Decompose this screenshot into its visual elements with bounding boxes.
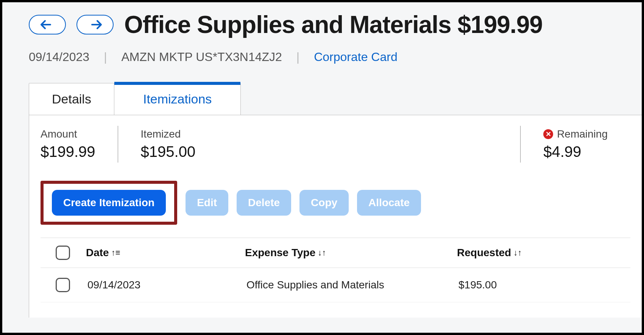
table-row[interactable]: 09/14/2023 Office Supplies and Materials…	[41, 268, 630, 302]
sort-icon: ↓↑	[318, 248, 326, 258]
tab-itemizations[interactable]: Itemizations	[114, 83, 241, 115]
column-header-requested[interactable]: Requested ↓↑	[457, 247, 630, 259]
tab-details[interactable]: Details	[29, 83, 114, 115]
sort-icon: ↓↑	[513, 248, 522, 258]
meta-payment-link[interactable]: Corporate Card	[314, 50, 398, 64]
row-checkbox[interactable]	[56, 278, 70, 292]
summary-amount-label: Amount	[41, 128, 95, 140]
error-icon: ✕	[543, 129, 553, 139]
next-button[interactable]	[76, 15, 114, 34]
page-title: Office Supplies and Materials $199.99	[124, 11, 543, 39]
column-header-date[interactable]: Date ↑≡	[86, 247, 245, 259]
cell-requested: $195.00	[457, 279, 630, 291]
meta-date: 09/14/2023	[29, 50, 89, 64]
cell-expense-type: Office Supplies and Materials	[245, 279, 457, 291]
select-all-checkbox[interactable]	[56, 246, 70, 260]
meta-separator: |	[296, 50, 299, 64]
summary-amount-value: $199.99	[41, 143, 95, 160]
meta-merchant: AMZN MKTP US*TX3N14ZJ2	[121, 50, 282, 64]
edit-button[interactable]: Edit	[186, 190, 228, 216]
summary-itemized: Itemized $195.00	[118, 126, 521, 163]
create-itemization-highlight: Create Itemization	[41, 181, 177, 225]
cell-date: 09/14/2023	[86, 279, 245, 291]
delete-button[interactable]: Delete	[237, 190, 291, 216]
meta-separator: |	[104, 50, 107, 64]
summary-remaining: ✕ Remaining $4.99	[521, 126, 630, 163]
column-header-expense-type[interactable]: Expense Type ↓↑	[245, 247, 457, 259]
allocate-button[interactable]: Allocate	[357, 190, 421, 216]
arrow-right-icon	[87, 19, 103, 30]
summary-amount: Amount $199.99	[41, 126, 118, 163]
arrow-left-icon	[40, 19, 55, 30]
summary-remaining-value: $4.99	[543, 143, 608, 160]
summary-remaining-label: Remaining	[557, 128, 608, 140]
sort-asc-icon: ↑≡	[111, 248, 120, 258]
prev-button[interactable]	[29, 15, 66, 34]
copy-button[interactable]: Copy	[299, 190, 349, 216]
expense-meta: 09/14/2023 | AMZN MKTP US*TX3N14ZJ2 | Co…	[2, 39, 642, 64]
create-itemization-button[interactable]: Create Itemization	[52, 190, 166, 216]
summary-itemized-label: Itemized	[141, 128, 498, 140]
summary-itemized-value: $195.00	[141, 143, 498, 160]
